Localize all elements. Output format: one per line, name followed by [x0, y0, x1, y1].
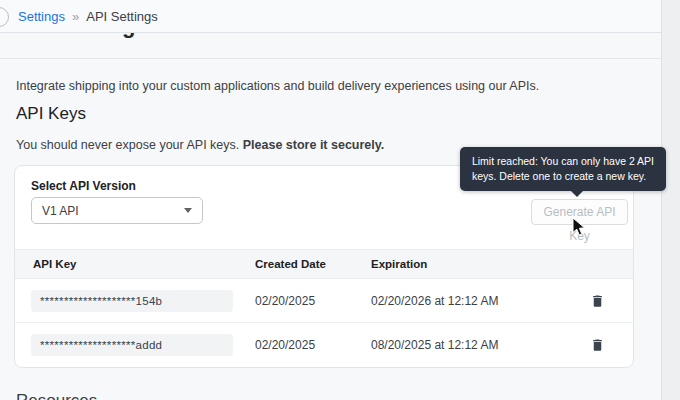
delete-key-button[interactable]	[583, 287, 611, 315]
title-divider	[0, 58, 661, 59]
security-note: You should never expose your API keys. P…	[16, 138, 384, 152]
tooltip-line-2: keys. Delete one to create a new key.	[472, 169, 654, 184]
back-circle-icon[interactable]	[0, 7, 9, 27]
expiration-value: 02/20/2026 at 12:12 AM	[371, 294, 498, 308]
table-row: ********************addd 02/20/2025 08/2…	[15, 323, 633, 367]
breadcrumb-separator: »	[72, 9, 79, 24]
breadcrumb-current: API Settings	[86, 9, 158, 24]
created-date-value: 02/20/2025	[255, 338, 315, 352]
chevron-down-icon	[184, 208, 192, 213]
tooltip-line-1: Limit reached: You can only have 2 API	[472, 154, 654, 169]
api-version-select[interactable]: V1 API	[31, 197, 203, 224]
expiration-value: 08/20/2025 at 12:12 AM	[371, 338, 498, 352]
api-key-masked-value: ********************154b	[31, 290, 233, 312]
cursor-pointer-icon	[571, 217, 587, 237]
breadcrumb-settings-link[interactable]: Settings	[18, 9, 65, 24]
api-key-masked-value: ********************addd	[31, 334, 233, 356]
intro-text: Integrate shipping into your custom appl…	[16, 79, 636, 93]
api-version-selected-value: V1 API	[42, 204, 79, 218]
scrollbar-track[interactable]	[661, 0, 680, 400]
select-api-version-label: Select API Version	[31, 179, 136, 193]
trash-icon	[590, 293, 605, 309]
resources-heading: Resources	[16, 391, 97, 400]
created-date-value: 02/20/2025	[255, 294, 315, 308]
api-keys-heading: API Keys	[16, 104, 86, 124]
security-note-bold: Please store it securely.	[243, 138, 385, 152]
breadcrumb: Settings » API Settings	[0, 0, 661, 33]
delete-key-button[interactable]	[583, 331, 611, 359]
limit-reached-tooltip: Limit reached: You can only have 2 API k…	[460, 147, 666, 191]
tooltip-arrow	[569, 189, 585, 197]
column-header-expiration: Expiration	[371, 258, 427, 270]
column-header-created-date: Created Date	[255, 258, 326, 270]
column-header-api-key: API Key	[33, 258, 76, 270]
table-row: ********************154b 02/20/2025 02/2…	[15, 279, 633, 323]
api-keys-card: Select API Version V1 API Generate API K…	[14, 165, 634, 368]
api-keys-table-header: API Key Created Date Expiration	[15, 249, 633, 279]
security-note-text: You should never expose your API keys.	[16, 138, 243, 152]
trash-icon	[590, 337, 605, 353]
